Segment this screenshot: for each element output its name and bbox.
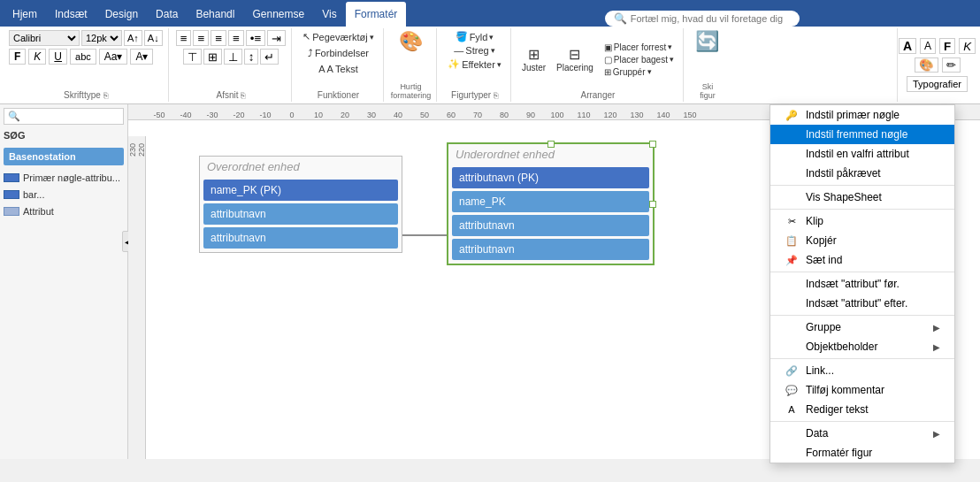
ctx-kopier[interactable]: 📋 Kopjér [770,231,954,250]
align-top-button[interactable]: ⊤ [183,49,202,65]
entity-left-field-0[interactable]: name_PK (PK) [203,180,398,201]
gruppér-button[interactable]: ⊞ Gruppér ▾ [601,66,678,78]
sidebar-item-bar[interactable]: bar... [4,187,124,202]
ctx-separator-4 [770,315,954,316]
entity-right-field-3[interactable]: attributnavn [452,239,649,260]
entity-right-field-1[interactable]: name_PK [452,191,649,212]
tab-data[interactable]: Data [147,2,187,27]
placer-bagest-button[interactable]: ▢ Placer bagest ▾ [601,54,678,65]
justify-button[interactable]: ≡ [228,30,244,46]
sidebar-search-icon: 🔍 [8,111,20,122]
font-grow-button[interactable]: A↑ [124,30,142,46]
format-a-large[interactable]: A [899,38,916,54]
selection-handle-tr [649,141,656,148]
indent-button[interactable]: ⇥ [267,30,286,46]
tab-indsaet[interactable]: Indsæt [46,2,96,27]
ctx-indsaet-foer[interactable]: Indsæt "attribut" før. [770,274,954,294]
figurtyper-label: Figurtyper ⎘ [451,88,498,100]
ctx-indstil-primaer[interactable]: 🔑 Indstil primær nøgle [770,105,954,125]
entity-left-field-1[interactable]: attributnavn [203,203,398,225]
ribbon-group-arranger: ⊞ Juster ⊟ Placering ▣ Placer forrest ▾ [513,28,684,102]
underline-button[interactable]: U [49,49,67,65]
pegevaerktoj-button[interactable]: ↖ Pegeværktøj ▾ [299,30,377,43]
hurtig-format-button[interactable]: 🎨 [399,30,423,53]
sidebar-item-attribute[interactable]: Attribut [4,204,124,218]
sidebar-search-input[interactable] [20,111,119,122]
tab-gennemse[interactable]: Gennemse [243,2,313,27]
sidebar-item-primary1[interactable]: Primær nøgle-attribu... [4,171,124,185]
highlight-btn[interactable]: A▾ [130,49,153,65]
align-middle-button[interactable]: ⊞ [203,49,222,65]
bullets-button[interactable]: •≡ [246,30,265,46]
fyld-button[interactable]: 🪣 Fyld▾ [452,30,498,43]
skrifttype-label: Skrifttype ⎘ [64,88,107,100]
ctx-tilfoj-kommentar[interactable]: 💬 Tilføj kommentar [770,380,954,400]
entity-right-field-2[interactable]: attributnavn [452,215,649,236]
entity-left-field-2[interactable]: attributnavn [203,227,398,249]
ruler-vertical: 230 220 210 200 190 180 170 160 150 140 … [128,136,146,459]
tab-design[interactable]: Design [96,2,147,27]
ctx-gruppe[interactable]: Gruppe ▶ [770,318,954,337]
copy-icon: 📋 [785,235,799,247]
format-a-small[interactable]: A [920,38,936,54]
ribbon-search-input[interactable] [631,13,790,24]
ctx-data[interactable]: Data ▶ [770,424,954,443]
ski-figur-button[interactable]: 🔄 [695,30,719,53]
paste-icon: 📌 [785,255,799,266]
placer-forrest-button[interactable]: ▣ Placer forrest ▾ [601,42,678,53]
align-center-button[interactable]: ≡ [193,30,209,46]
ctx-indstil-valfri[interactable]: Indstil en valfri attribut [770,144,954,164]
tab-vis[interactable]: Vis [313,2,345,27]
ctx-separator-6 [770,421,954,422]
gruppér-icon: ⊞ [604,67,611,77]
tab-formater[interactable]: Formatér [346,2,407,27]
font-color-btn[interactable]: Aa▾ [99,49,128,65]
font-family-select[interactable]: Calibri [9,30,80,46]
juster-button[interactable]: ⊞ Juster [518,42,549,78]
ctx-indstil-paakraevet[interactable]: Indstil påkrævet [770,164,954,183]
ribbon-content: Calibri 12pkt. A↑ A↓ F K U abc Aa▾ A▾ Sk… [0,27,980,104]
spacing-button[interactable]: ↕ [244,49,259,65]
effekter-button[interactable]: ✨ Effekter▾ [444,57,505,71]
arranger-label: Arranger [580,88,615,100]
format-italic2[interactable]: K [959,38,976,54]
fyld-icon: 🪣 [456,31,468,42]
format-color2[interactable]: 🎨 [915,57,938,73]
ctx-formater-figur[interactable]: Formatér figur [770,443,954,463]
italic-button[interactable]: K [28,49,46,65]
ctx-objektbeholder[interactable]: Objektbeholder ▶ [770,337,954,356]
ctx-vis-shapesheet[interactable]: Vis ShapeSheet [770,187,954,207]
font-size-select[interactable]: 12pkt. [81,30,122,46]
ctx-rediger-tekst[interactable]: A Rediger tekst [770,400,954,419]
ctx-klip[interactable]: ✂ Klip [770,211,954,231]
tekst-button[interactable]: A A Tekst [315,63,362,75]
align-right-button[interactable]: ≡ [211,30,226,46]
ribbon-group-figurtyper: 🪣 Fyld▾ — Streg▾ ✨ Effekter▾ Figurtyper … [439,28,511,102]
typografier-button[interactable]: Typografier [907,76,968,92]
streg-button[interactable]: — Streg▾ [450,44,498,57]
bold-button[interactable]: F [9,49,26,65]
forbindelser-button[interactable]: ⤴ Forbindelser [304,47,372,59]
font-shrink-button[interactable]: A↓ [144,30,163,46]
strikethrough-button[interactable]: abc [70,49,96,65]
ribbon: Hjem Indsæt Design Data Behandl Gennemse… [0,0,980,104]
tab-hjem[interactable]: Hjem [4,2,46,27]
ctx-saet-ind[interactable]: 📌 Sæt ind [770,250,954,270]
placer-forrest-icon: ▣ [604,42,612,52]
align-left-button[interactable]: ≡ [176,30,192,46]
edit-text-icon: A [785,404,799,415]
tab-behandl[interactable]: Behandl [187,2,243,27]
ctx-indstil-fremmed[interactable]: Indstil fremmed nøgle [770,125,954,144]
indent2-button[interactable]: ↵ [260,49,279,65]
entity-right-field-0[interactable]: attributnavn (PK) [452,167,649,188]
sidebar-collapse-button[interactable]: ◀ [122,231,128,252]
ribbon-tab-bar: Hjem Indsæt Design Data Behandl Gennemse… [0,0,980,27]
ribbon-group-afsnit: ≡ ≡ ≡ ≡ •≡ ⇥ ⊤ ⊞ ⊥ ↕ ↵ Afsnit ⎘ [171,28,293,102]
format-bold2[interactable]: F [939,38,955,54]
placering-button[interactable]: ⊟ Placering [553,42,597,78]
placering-icon: ⊟ [569,46,580,63]
ctx-indsaet-efter[interactable]: Indsæt "attribut" efter. [770,294,954,313]
ctx-link[interactable]: 🔗 Link... [770,361,954,380]
format-highlight2[interactable]: ✏ [942,57,961,73]
align-bottom-button[interactable]: ⊥ [224,49,242,65]
